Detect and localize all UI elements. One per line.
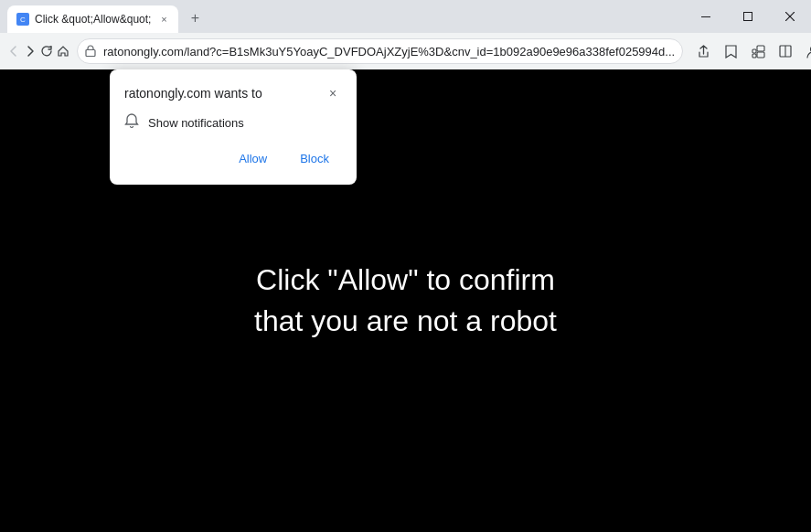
window-close-button[interactable]: [769, 0, 811, 33]
notification-popup: ratonongly.com wants to × Show notificat…: [110, 69, 357, 185]
block-button[interactable]: Block: [287, 147, 342, 170]
content-area: ratonongly.com wants to × Show notificat…: [0, 69, 811, 532]
page-line1: Click "Allow" to confirm: [254, 260, 557, 301]
tab-strip: C Click &quot;Allow&quot; × +: [0, 0, 685, 33]
popup-buttons: Allow Block: [124, 147, 342, 170]
permission-text: Show notifications: [148, 116, 244, 130]
window-controls: [685, 0, 811, 33]
bookmark-button[interactable]: [718, 38, 743, 64]
address-text: ratonongly.com/land?c=B1sMk3uY5YoayC_DVF…: [103, 45, 675, 59]
tab-favicon: C: [16, 13, 29, 26]
svg-rect-4: [86, 50, 95, 57]
minimize-button[interactable]: [685, 0, 727, 33]
popup-header: ratonongly.com wants to ×: [124, 84, 342, 102]
popup-permission: Show notifications: [124, 113, 342, 133]
tab-title: Click &quot;Allow&quot;: [35, 13, 151, 26]
allow-button[interactable]: Allow: [226, 147, 280, 170]
svg-rect-0: [701, 16, 710, 17]
popup-close-button[interactable]: ×: [324, 84, 342, 102]
popup-title: ratonongly.com wants to: [124, 86, 262, 101]
svg-rect-1: [744, 13, 752, 21]
share-button[interactable]: [690, 38, 716, 64]
profile-button[interactable]: [800, 38, 811, 64]
svg-rect-7: [757, 52, 764, 58]
svg-rect-5: [752, 49, 756, 53]
maximize-button[interactable]: [727, 0, 769, 33]
address-bar[interactable]: ratonongly.com/land?c=B1sMk3uY5YoayC_DVF…: [77, 38, 683, 64]
tab-close-button[interactable]: ×: [156, 12, 171, 27]
title-bar: C Click &quot;Allow&quot; × +: [0, 0, 811, 33]
reload-button[interactable]: [40, 38, 53, 64]
split-view-button[interactable]: [773, 38, 798, 64]
lock-icon: [85, 45, 98, 58]
page-text: Click "Allow" to confirm that you are no…: [254, 260, 557, 342]
home-button[interactable]: [57, 38, 69, 64]
page-line2: that you are not a robot: [254, 301, 557, 342]
svg-rect-8: [752, 54, 756, 58]
forward-button[interactable]: [24, 38, 37, 64]
bell-icon: [124, 113, 139, 133]
back-button[interactable]: [7, 38, 20, 64]
new-tab-button[interactable]: +: [182, 5, 208, 31]
toolbar: ratonongly.com/land?c=B1sMk3uY5YoayC_DVF…: [0, 33, 811, 69]
svg-rect-6: [757, 46, 764, 51]
chrome-window: C Click &quot;Allow&quot; × +: [0, 0, 811, 532]
toolbar-actions: [690, 38, 811, 64]
browser-tab[interactable]: C Click &quot;Allow&quot; ×: [7, 5, 178, 33]
favicon-letter: C: [20, 16, 26, 24]
extensions-button[interactable]: [745, 38, 771, 64]
